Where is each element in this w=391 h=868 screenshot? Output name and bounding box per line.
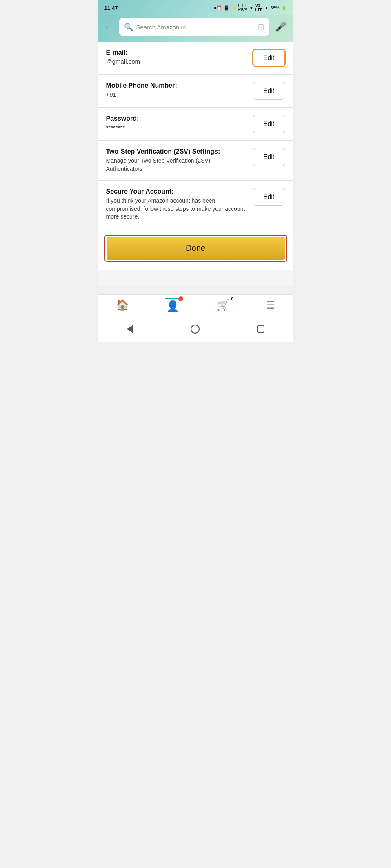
bottom-nav: 🏠 👤 🛒 0 ☰ <box>98 294 293 318</box>
email-info: E-mail: @gmail.com <box>106 49 248 65</box>
email-value: @gmail.com <box>106 58 248 65</box>
two-step-row: Two-Step Verification (2SV) Settings: Ma… <box>98 141 293 181</box>
secure-account-info: Secure Your Account: If you think your A… <box>106 188 248 221</box>
camera-icon[interactable]: ⊡ <box>258 22 264 31</box>
two-step-label: Two-Step Verification (2SV) Settings: <box>106 148 248 155</box>
two-step-edit-button[interactable]: Edit <box>253 148 285 166</box>
status-time: 11:47 <box>104 5 118 11</box>
password-value: ******** <box>106 124 248 131</box>
phone-info: Mobile Phone Number: +91 <box>106 82 248 98</box>
battery-icon: 🔋 <box>281 5 287 11</box>
done-button-wrapper: Done <box>104 235 287 262</box>
nav-menu[interactable]: ☰ <box>266 299 275 311</box>
battery-percent: 68% <box>270 5 279 10</box>
header: ← 🔍 Search Amazon.in ⊡ 🎤 <box>98 15 293 42</box>
email-label: E-mail: <box>106 49 248 56</box>
done-section: Done <box>98 228 293 270</box>
active-indicator <box>165 298 180 299</box>
back-button[interactable]: ← <box>103 20 115 34</box>
cart-icon: 🛒 <box>216 299 229 311</box>
status-bar: 11:47 ⏰ 📳 ⚡ 0.11KB/S ▼ VoLTE ▲ 68% 🔋 <box>98 0 293 15</box>
nav-home[interactable]: 🏠 <box>116 299 129 311</box>
password-row: Password: ******** Edit <box>98 108 293 141</box>
vibrate-icon: 📳 <box>224 5 229 11</box>
search-input[interactable]: Search Amazon.in <box>136 24 255 31</box>
spacer <box>98 270 293 286</box>
phone-value: +91 <box>106 91 248 98</box>
home-circle-icon <box>191 325 200 334</box>
system-nav-bar <box>98 318 293 342</box>
done-button[interactable]: Done <box>107 237 285 260</box>
wifi-icon: ▼ <box>249 5 254 10</box>
two-step-info: Two-Step Verification (2SV) Settings: Ma… <box>106 148 248 173</box>
secure-account-row: Secure Your Account: If you think your A… <box>98 181 293 228</box>
phone-edit-button[interactable]: Edit <box>253 82 285 100</box>
phone-label: Mobile Phone Number: <box>106 82 248 89</box>
signal-icon: ▲ <box>264 5 269 10</box>
home-icon: 🏠 <box>116 299 129 311</box>
secure-account-description: If you think your Amazon account has bee… <box>106 197 248 221</box>
sys-home-button[interactable] <box>182 322 208 336</box>
account-icon: 👤 <box>166 300 179 313</box>
nav-account[interactable]: 👤 <box>165 298 180 313</box>
phone-row: Mobile Phone Number: +91 Edit <box>98 75 293 108</box>
alarm-icon: ⏰ <box>216 5 222 11</box>
secure-account-label: Secure Your Account: <box>106 188 248 195</box>
sys-back-button[interactable] <box>118 322 141 336</box>
secure-account-edit-button[interactable]: Edit <box>253 188 285 206</box>
status-icons: ⏰ 📳 ⚡ 0.11KB/S ▼ VoLTE ▲ 68% 🔋 <box>216 3 287 12</box>
two-step-description: Manage your Two Step Verification (2SV) … <box>106 157 248 173</box>
account-badge <box>178 296 183 301</box>
search-bar[interactable]: 🔍 Search Amazon.in ⊡ <box>119 18 269 36</box>
sys-recents-button[interactable] <box>249 323 273 335</box>
nav-cart[interactable]: 🛒 0 <box>216 299 229 311</box>
password-info: Password: ******** <box>106 115 248 131</box>
settings-content: E-mail: @gmail.com Edit Mobile Phone Num… <box>98 42 293 228</box>
search-icon: 🔍 <box>124 22 133 31</box>
bluetooth-icon: ⚡ <box>231 5 237 11</box>
cart-count: 0 <box>231 296 233 301</box>
mic-button[interactable]: 🎤 <box>273 19 289 35</box>
back-triangle-icon <box>127 325 133 333</box>
email-row: E-mail: @gmail.com Edit <box>98 42 293 75</box>
data-icon: 0.11KB/S <box>238 3 248 12</box>
email-edit-button[interactable]: Edit <box>253 49 285 67</box>
lte-icon: VoLTE <box>255 3 262 12</box>
menu-icon: ☰ <box>266 299 275 311</box>
password-edit-button[interactable]: Edit <box>253 115 285 133</box>
recents-square-icon <box>257 325 264 333</box>
password-label: Password: <box>106 115 248 122</box>
